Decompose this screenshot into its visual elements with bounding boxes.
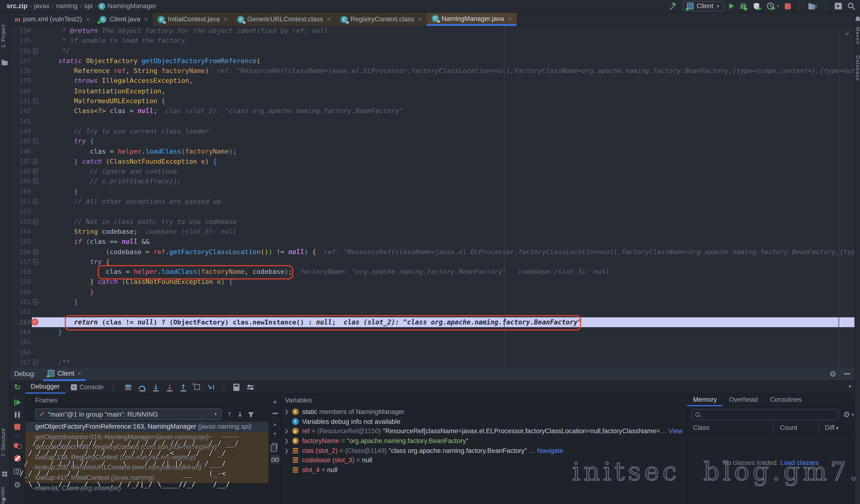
project-structure-icon[interactable] (808, 2, 817, 10)
line-number[interactable]: 154 (10, 227, 31, 237)
editor-tab[interactable]: CRegistryContext.class× (336, 13, 427, 26)
thread-dump-camera-icon[interactable] (14, 469, 21, 474)
line-number[interactable]: 146 (10, 146, 31, 157)
step-out-icon[interactable]: ↑ (179, 383, 188, 391)
force-step-into-icon[interactable]: ↓ (165, 383, 174, 391)
glasses-icon[interactable] (270, 455, 280, 464)
profiler-clock-icon[interactable] (766, 2, 780, 10)
line-number[interactable]: 148 (10, 166, 31, 176)
stop-icon[interactable] (785, 3, 791, 9)
run-icon[interactable] (729, 3, 734, 9)
previous-frame-icon[interactable]: ↑ (227, 411, 232, 418)
memory-tab-memory[interactable]: Memory (687, 394, 723, 406)
stack-frame-row[interactable]: lookup:205, GenericURLContext (com.sun.j… (25, 462, 269, 473)
variable-row[interactable]: ❯pref = {ResourceRef@1150} "ResourceRef[… (281, 426, 686, 436)
breadcrumb-item[interactable]: javax (33, 2, 51, 10)
fold-marker-icon[interactable]: – (33, 249, 38, 255)
fold-marker-icon[interactable]: – (33, 159, 38, 164)
tab-console[interactable]: >Console (65, 380, 109, 393)
fold-marker-icon[interactable]: – (33, 48, 38, 54)
variable-row[interactable]: ❯sstatic members of NamingManager (281, 407, 686, 416)
line-number[interactable]: 159 (10, 277, 31, 287)
filter-frames-icon[interactable] (248, 411, 254, 417)
breadcrumb-item[interactable]: spi (83, 2, 94, 10)
close-icon[interactable]: × (144, 15, 148, 23)
debug-session-tab[interactable]: Client × (43, 367, 86, 380)
fold-marker-icon[interactable]: – (33, 199, 38, 204)
copy-icon[interactable] (272, 443, 277, 449)
close-icon[interactable]: × (86, 15, 90, 23)
load-classes-link[interactable]: Load classes (780, 459, 819, 466)
line-number[interactable]: 151 (10, 197, 31, 207)
sidebar-item-project[interactable]: 1: Project (0, 17, 10, 55)
fold-marker-icon[interactable]: – (33, 219, 38, 225)
move-up-icon[interactable]: ▲ (273, 422, 277, 427)
sidebar-item-maven[interactable]: Maven (855, 27, 860, 44)
line-number[interactable]: 135 (10, 36, 31, 46)
line-number[interactable]: 160 (10, 287, 31, 297)
run-configuration-selector[interactable]: Client▼ (683, 1, 725, 11)
line-number[interactable]: 156 (10, 247, 31, 257)
project-folder-icon[interactable] (2, 61, 8, 65)
view-breakpoints-icon[interactable] (13, 443, 21, 449)
stack-frame-row[interactable]: getObjectInstance:319, NamingManager (ja… (25, 432, 269, 442)
notifications-bell-icon[interactable] (855, 16, 860, 22)
stack-frame-row[interactable]: decodeObject:499, RegistryContext (com.s… (25, 442, 269, 452)
debug-bug-icon[interactable] (739, 2, 748, 10)
line-number[interactable]: 145 (10, 136, 31, 146)
stack-frame-row[interactable]: lookup:138, RegistryContext (com.sun.jnd… (25, 452, 269, 462)
line-number[interactable]: 163 (10, 317, 31, 327)
fold-marker-icon[interactable]: – (33, 98, 38, 104)
breadcrumb-class[interactable]: NamingManager (106, 2, 157, 10)
column-header-diff[interactable]: Diff ▾ (818, 422, 855, 432)
line-number[interactable]: 158 (10, 267, 31, 277)
step-into-icon[interactable]: ↓ (152, 383, 160, 391)
stop-icon[interactable] (14, 424, 20, 430)
inspections-ok-icon[interactable]: ✓ (845, 29, 850, 39)
memory-settings-gear-icon[interactable]: ⚙ (843, 410, 850, 419)
breadcrumb-item[interactable]: src.zip (5, 2, 29, 10)
build-hammer-icon[interactable] (670, 2, 678, 10)
variable-row[interactable]: slot_4 = null (281, 465, 686, 475)
close-icon[interactable]: × (224, 15, 227, 23)
tab-debugger[interactable]: Debugger (25, 380, 65, 393)
gear-icon[interactable]: ⚙ (14, 480, 21, 489)
fold-marker-icon[interactable]: – (33, 299, 38, 305)
close-icon[interactable]: × (327, 15, 331, 23)
editor-tab[interactable]: CGenericURLContext.class× (232, 13, 336, 26)
move-down-icon[interactable]: ▼ (273, 432, 277, 436)
line-number[interactable]: 136 (10, 46, 31, 56)
resume-icon[interactable] (14, 400, 20, 406)
mute-breakpoints-icon[interactable] (14, 455, 20, 462)
sidebar-item-database[interactable]: Database (855, 55, 860, 81)
line-number[interactable]: 149 (10, 176, 31, 186)
line-number[interactable]: 165 (10, 337, 31, 347)
expand-chevron-icon[interactable]: ❯ (285, 448, 292, 453)
expand-chevron-icon[interactable]: ❯ (285, 428, 292, 434)
editor-tab[interactable]: CInitialContext.java× (153, 13, 232, 26)
sidebar-item-structure[interactable]: 7: Structure (0, 420, 10, 465)
line-number[interactable]: 166 (10, 347, 31, 357)
fold-marker-icon[interactable]: – (33, 259, 38, 264)
line-number[interactable]: 137 (10, 56, 31, 66)
run-to-cursor-icon[interactable]: ↓I (206, 383, 215, 391)
rerun-icon[interactable]: ↻ (14, 383, 21, 391)
breadcrumb-item[interactable]: naming (55, 2, 79, 10)
close-icon[interactable]: × (508, 15, 512, 22)
line-number[interactable]: 167 (10, 357, 31, 368)
line-number[interactable]: 140 (10, 86, 31, 96)
line-number[interactable]: 143 (10, 116, 31, 126)
fold-marker-icon[interactable]: – (33, 178, 38, 184)
customize-data-views-icon[interactable] (246, 383, 255, 391)
variable-row[interactable]: ❯clas (slot_2) = {Class@1149} "class org… (281, 446, 686, 455)
code-editor[interactable]: 134 * @return The object factory for the… (10, 26, 855, 368)
line-number[interactable]: 153 (10, 217, 31, 227)
inline-link[interactable]: View (669, 427, 683, 435)
line-number[interactable]: 150 (10, 186, 31, 197)
pop-frame-icon[interactable] (192, 383, 201, 391)
line-number[interactable]: 147 (10, 157, 31, 167)
line-number[interactable]: 134 (10, 26, 31, 36)
thread-selector[interactable]: ✓ "main"@1 in group "main": RUNNING ▼ (35, 408, 222, 420)
line-number[interactable]: 152 (10, 207, 31, 217)
evaluate-expression-icon[interactable] (232, 383, 241, 391)
